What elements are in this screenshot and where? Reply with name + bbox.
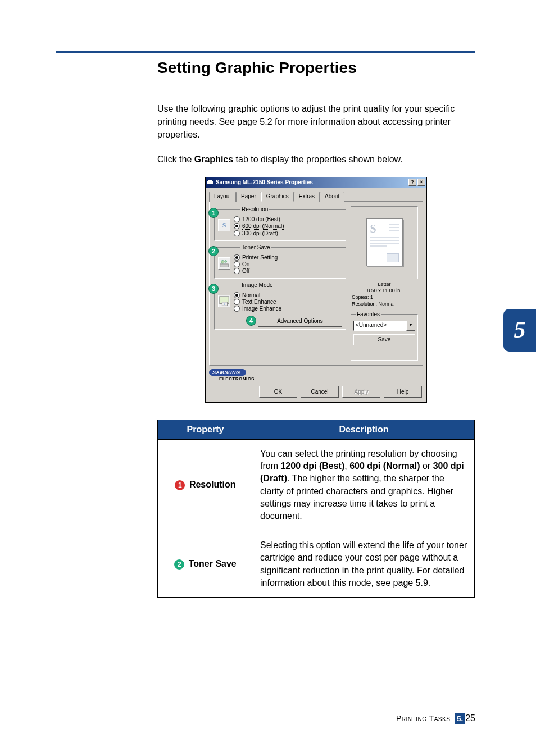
footer-page-major: 5.: [455, 713, 465, 724]
favorites-value: <Unnamed>: [353, 321, 406, 331]
favorites-combo[interactable]: <Unnamed> ▼: [353, 321, 415, 331]
titlebar-close-button[interactable]: ×: [417, 179, 425, 186]
tab-layout[interactable]: Layout: [209, 192, 236, 202]
prop-name-tonersave: Toner Save: [189, 559, 237, 568]
radio-text-enhance[interactable]: Text Enhance: [234, 299, 342, 305]
svg-rect-2: [220, 264, 229, 267]
preview-s-glyph: S: [370, 222, 376, 235]
preview-resolution: Resolution: Normal: [351, 301, 418, 308]
tab-graphics[interactable]: Graphics: [261, 192, 294, 202]
th-property: Property: [158, 420, 253, 439]
page-footer: Printing Tasks 5.25: [396, 713, 475, 723]
tab-extras[interactable]: Extras: [294, 192, 320, 202]
tonersave-icon: [218, 257, 230, 270]
page-content: Setting Graphic Properties Use the follo…: [157, 59, 475, 598]
desc-cell-resolution: You can select the printing resolution b…: [253, 439, 475, 531]
preview-page: S: [366, 218, 403, 266]
radio-dot: [234, 223, 240, 229]
radio-label: Text Enhance: [242, 299, 276, 305]
page-heading: Setting Graphic Properties: [157, 59, 475, 77]
help-button[interactable]: Help: [384, 386, 422, 398]
preview-meta: Letter 8.50 x 11.00 in. Copies: 1 Resolu…: [351, 281, 418, 308]
preview-copies: Copies: 1: [351, 294, 418, 301]
titlebar-help-button[interactable]: ?: [408, 179, 416, 186]
radio-dot: [234, 299, 240, 305]
radio-off[interactable]: Off: [234, 268, 342, 274]
resolution-legend: Resolution: [240, 206, 269, 212]
preview-paper-size: 8.50 x 11.00 in.: [351, 288, 418, 294]
radio-dot: [234, 254, 240, 261]
desc-bold: 600 dpi (Normal): [349, 461, 420, 471]
radio-label: 600 dpi (Normal): [242, 223, 284, 230]
svg-rect-0: [207, 181, 213, 184]
radio-on[interactable]: On: [234, 261, 342, 267]
radio-label: 1200 dpi (Best): [242, 216, 280, 222]
properties-dialog: Samsung ML-2150 Series Properties ? × La…: [205, 177, 427, 403]
cancel-button[interactable]: Cancel: [301, 386, 339, 398]
table-row-tonersave: 2 Toner Save Selecting this option will …: [158, 531, 475, 598]
svg-point-4: [225, 260, 227, 262]
desc-text: . The higher the setting, the sharper th…: [260, 473, 453, 521]
dialog-title: Samsung ML-2150 Series Properties: [216, 179, 408, 185]
brand-samsung: SAMSUNG: [209, 369, 246, 376]
chevron-down-icon[interactable]: ▼: [406, 321, 415, 331]
property-table: Property Description 1 Resolution You ca…: [157, 420, 475, 598]
dialog-titlebar: Samsung ML-2150 Series Properties ? ×: [206, 177, 426, 188]
intro-p2-bold: Graphics: [194, 154, 233, 164]
footer-section: Printing Tasks: [396, 714, 450, 723]
radio-600dpi[interactable]: 600 dpi (Normal): [234, 223, 342, 230]
radio-1200dpi[interactable]: 1200 dpi (Best): [234, 216, 342, 222]
radio-label: Normal: [242, 292, 260, 298]
desc-text: ,: [344, 461, 349, 471]
radio-dot: [234, 306, 240, 312]
desc-bold: 1200 dpi (Best): [280, 461, 344, 471]
favorites-save-button[interactable]: Save: [353, 334, 415, 345]
callout-3: 3: [208, 284, 219, 294]
radio-label: Off: [242, 268, 249, 274]
tonersave-legend: Toner Save: [240, 244, 271, 251]
table-row-resolution: 1 Resolution You can select the printing…: [158, 439, 475, 531]
tab-body: Resolution 1 S 1200 dpi (Best) 600 dpi (…: [209, 202, 423, 366]
intro-p2-pre: Click the: [157, 154, 194, 164]
radio-dot: [234, 230, 240, 236]
radio-printer-setting[interactable]: Printer Setting: [234, 254, 342, 261]
intro-paragraph-2: Click the Graphics tab to display the pr…: [157, 153, 475, 166]
radio-300dpi[interactable]: 300 dpi (Draft): [234, 230, 342, 236]
favorites-legend: Favorites: [356, 311, 381, 317]
intro-p2-post: tab to display the properties shown belo…: [233, 154, 403, 164]
tab-about[interactable]: About: [320, 192, 344, 202]
radio-label: Printer Setting: [242, 254, 278, 261]
apply-button[interactable]: Apply: [342, 386, 380, 398]
advanced-options-button[interactable]: Advanced Options: [258, 316, 342, 327]
svg-point-3: [221, 260, 224, 263]
imagemode-group: Image Mode 3 s Normal Text Enhance Image…: [214, 282, 346, 330]
svg-rect-1: [208, 180, 212, 181]
radio-normal[interactable]: Normal: [234, 292, 342, 298]
desc-text: or: [420, 461, 433, 471]
right-column: S Letter 8.50 x 11.00 in.: [351, 206, 418, 361]
preview-paper-name: Letter: [351, 281, 418, 288]
desc-cell-tonersave: Selecting this option will extend the li…: [253, 531, 475, 598]
radio-dot: [234, 292, 240, 298]
footer-page-minor: 25: [465, 713, 475, 723]
top-rule: [56, 51, 475, 53]
brand-electronics: ELECTRONICS: [219, 376, 255, 381]
tab-paper[interactable]: Paper: [236, 192, 261, 202]
preview-box: S: [351, 206, 418, 279]
callout-4: 4: [246, 316, 256, 326]
prop-cell-tonersave: 2 Toner Save: [158, 531, 253, 598]
resolution-group: Resolution 1 S 1200 dpi (Best) 600 dpi (…: [214, 206, 346, 241]
callout-1: 1: [208, 208, 219, 218]
tonersave-group: Toner Save 2 Printer Setting On Off: [214, 244, 346, 279]
radio-label: 300 dpi (Draft): [242, 230, 278, 236]
callout-1-icon: 1: [175, 480, 185, 490]
intro-paragraph-1: Use the following graphic options to adj…: [157, 102, 475, 142]
ok-button[interactable]: OK: [259, 386, 297, 398]
brand-block: SAMSUNG ELECTRONICS: [209, 369, 426, 381]
prop-cell-resolution: 1 Resolution: [158, 439, 253, 531]
resolution-icon: S: [218, 219, 230, 231]
radio-dot: [234, 268, 240, 274]
radio-label: On: [242, 261, 249, 267]
radio-image-enhance[interactable]: Image Enhance: [234, 306, 342, 312]
favorites-group: Favorites <Unnamed> ▼ Save: [351, 311, 418, 361]
